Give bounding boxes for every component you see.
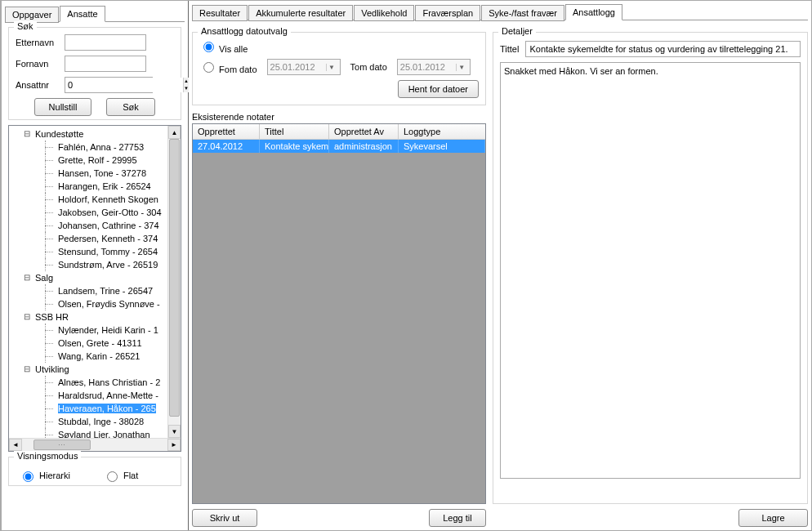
tree-hscroll[interactable]: ◄ ··· ► bbox=[9, 438, 181, 451]
hierarki-radio[interactable]: Hierarki bbox=[19, 469, 70, 482]
tab-frav-rsplan[interactable]: Fraværsplan bbox=[415, 5, 480, 21]
cell-opprettet: 27.04.2012 bbox=[193, 140, 260, 153]
calendar-icon[interactable]: ▼ bbox=[326, 64, 337, 71]
visningsmodus-title: Visningsmodus bbox=[14, 451, 81, 461]
tree-item[interactable]: Fahlén, Anna - 27753 bbox=[12, 141, 167, 154]
tom-date-input[interactable]: 25.01.2012▼ bbox=[397, 59, 471, 75]
fom-dato-radio[interactable]: Fom dato bbox=[199, 60, 257, 74]
log-body-textarea[interactable] bbox=[500, 62, 801, 479]
tree-item[interactable]: Grette, Rolf - 29995 bbox=[12, 154, 167, 167]
tree-item[interactable]: Stubdal, Inge - 38028 bbox=[12, 415, 167, 428]
tree-item[interactable]: Olsen, Frøydis Synnøve - bbox=[12, 297, 167, 310]
employee-tree: KundestøtteFahlén, Anna - 27753Grette, R… bbox=[8, 125, 181, 452]
notater-fieldset: Eksisterende notater Opprettet Tittel Op… bbox=[192, 112, 486, 504]
notater-table[interactable]: Opprettet Tittel Opprettet Av Loggtype 2… bbox=[192, 123, 486, 504]
tree-item[interactable]: Sundstrøm, Arve - 26519 bbox=[12, 258, 167, 271]
tab-oppgaver[interactable]: Oppgaver bbox=[5, 7, 59, 23]
tree-content[interactable]: KundestøtteFahlén, Anna - 27753Grette, R… bbox=[9, 126, 167, 438]
fornavn-input[interactable] bbox=[65, 56, 146, 72]
ansattnr-label: Ansattnr bbox=[16, 80, 65, 90]
tree-item[interactable]: Alnæs, Hans Christian - 2 bbox=[12, 376, 167, 389]
col-opprettet[interactable]: Opprettet bbox=[193, 124, 260, 139]
fornavn-label: Fornavn bbox=[16, 59, 65, 69]
tree-item[interactable]: Holdorf, Kenneth Skogen bbox=[12, 193, 167, 206]
tree-group[interactable]: SSB HR bbox=[12, 310, 167, 324]
cell-loggtype: Sykevarsel bbox=[399, 140, 485, 153]
sok-button[interactable]: Søk bbox=[106, 98, 155, 116]
datoutvalg-title: Ansattlogg datoutvalg bbox=[198, 26, 291, 36]
left-panel: Oppgaver Ansatte Søk Etternavn Fornavn A… bbox=[1, 1, 189, 530]
right-panel: ResultaterAkkumulerte resultaterVedlikeh… bbox=[189, 1, 811, 530]
etternavn-label: Etternavn bbox=[16, 38, 65, 47]
tree-item[interactable]: Wang, Karin - 26521 bbox=[12, 350, 167, 363]
visningsmodus-group: Visningsmodus Hierarki Flat bbox=[8, 457, 181, 486]
tom-dato-label: Tom dato bbox=[350, 62, 387, 72]
spin-up-icon[interactable]: ▲ bbox=[184, 78, 189, 85]
tab-ansattlogg[interactable]: Ansattlogg bbox=[565, 4, 622, 20]
vis-alle-radio[interactable]: Vis alle bbox=[199, 39, 248, 54]
hent-for-datoer-button[interactable]: Hent for datoer bbox=[398, 80, 479, 98]
tree-item[interactable]: Haraldsrud, Anne-Mette - bbox=[12, 389, 167, 402]
lagre-button[interactable]: Lagre bbox=[738, 509, 808, 527]
flat-radio[interactable]: Flat bbox=[103, 469, 138, 482]
search-title: Søk bbox=[14, 21, 37, 31]
etternavn-input[interactable] bbox=[65, 34, 146, 51]
vscroll-thumb[interactable] bbox=[169, 139, 180, 417]
table-row[interactable]: 27.04.2012 Kontakte sykem administrasjon… bbox=[193, 140, 485, 153]
detaljer-fieldset: Detaljer Tittel bbox=[493, 32, 808, 504]
tab-resultater[interactable]: Resultater bbox=[192, 5, 248, 21]
tree-item[interactable]: Olsen, Grete - 41311 bbox=[12, 337, 167, 350]
cell-tittel: Kontakte sykem bbox=[260, 140, 329, 153]
col-tittel[interactable]: Tittel bbox=[260, 124, 329, 139]
col-opprettetav[interactable]: Opprettet Av bbox=[329, 124, 399, 139]
nullstill-button[interactable]: Nullstill bbox=[34, 98, 91, 116]
main-tabstrip: ResultaterAkkumulerte resultaterVedlikeh… bbox=[192, 2, 808, 20]
tab-syke-fast-frav-r[interactable]: Syke-/fast fravær bbox=[481, 5, 564, 21]
tab-ansatte[interactable]: Ansatte bbox=[60, 6, 105, 22]
tree-vscroll[interactable]: ▲ ▼ bbox=[167, 126, 181, 438]
tree-item[interactable]: Hansen, Tone - 37278 bbox=[12, 167, 167, 180]
tree-item[interactable]: Nylænder, Heidi Karin - 1 bbox=[12, 324, 167, 337]
tree-group[interactable]: Kundestøtte bbox=[12, 127, 167, 141]
tree-group[interactable]: Salg bbox=[12, 271, 167, 284]
hscroll-thumb[interactable]: ··· bbox=[33, 440, 91, 450]
tree-item[interactable]: Søyland Lier, Jonathan bbox=[12, 428, 167, 438]
tree-item[interactable]: Jakobsen, Geir-Otto - 304 bbox=[12, 206, 167, 219]
tittel-label: Tittel bbox=[500, 44, 519, 54]
skriv-ut-button[interactable]: Skriv ut bbox=[192, 509, 257, 527]
tree-item[interactable]: Haveraaen, Håkon - 265 bbox=[12, 402, 167, 415]
notater-title: Eksisterende notater bbox=[192, 112, 486, 122]
tree-item[interactable]: Stensund, Tommy - 2654 bbox=[12, 245, 167, 258]
fom-date-input[interactable]: 25.01.2012▼ bbox=[267, 59, 341, 75]
detaljer-title: Detaljer bbox=[498, 26, 536, 36]
search-group: Søk Etternavn Fornavn Ansattnr ▲ ▼ bbox=[8, 27, 181, 120]
ansattnr-input[interactable]: ▲ ▼ bbox=[65, 77, 153, 93]
scroll-right-icon[interactable]: ► bbox=[167, 439, 181, 451]
spin-down-icon[interactable]: ▼ bbox=[184, 85, 189, 92]
left-tabstrip: Oppgaver Ansatte bbox=[5, 4, 185, 22]
tab-akkumulerte-resultater[interactable]: Akkumulerte resultater bbox=[248, 5, 353, 21]
legg-til-button[interactable]: Legg til bbox=[429, 509, 486, 527]
tree-item[interactable]: Landsem, Trine - 26547 bbox=[12, 284, 167, 297]
cell-opprettetav: administrasjon bbox=[329, 140, 399, 153]
scroll-down-icon[interactable]: ▼ bbox=[168, 425, 181, 438]
tree-item[interactable]: Johansen, Cathrine - 374 bbox=[12, 219, 167, 232]
scroll-left-icon[interactable]: ◄ bbox=[9, 439, 22, 451]
col-loggtype[interactable]: Loggtype bbox=[399, 124, 485, 139]
tree-item[interactable]: Harangen, Erik - 26524 bbox=[12, 180, 167, 193]
tittel-input[interactable] bbox=[525, 41, 801, 57]
calendar-icon[interactable]: ▼ bbox=[456, 64, 467, 71]
datoutvalg-fieldset: Ansattlogg datoutvalg Vis alle Fom dato … bbox=[192, 32, 486, 105]
tree-item[interactable]: Pedersen, Kenneth - 374 bbox=[12, 232, 167, 245]
tab-vedlikehold[interactable]: Vedlikehold bbox=[354, 5, 414, 21]
tree-group[interactable]: Utvikling bbox=[12, 363, 167, 376]
scroll-up-icon[interactable]: ▲ bbox=[168, 126, 181, 139]
